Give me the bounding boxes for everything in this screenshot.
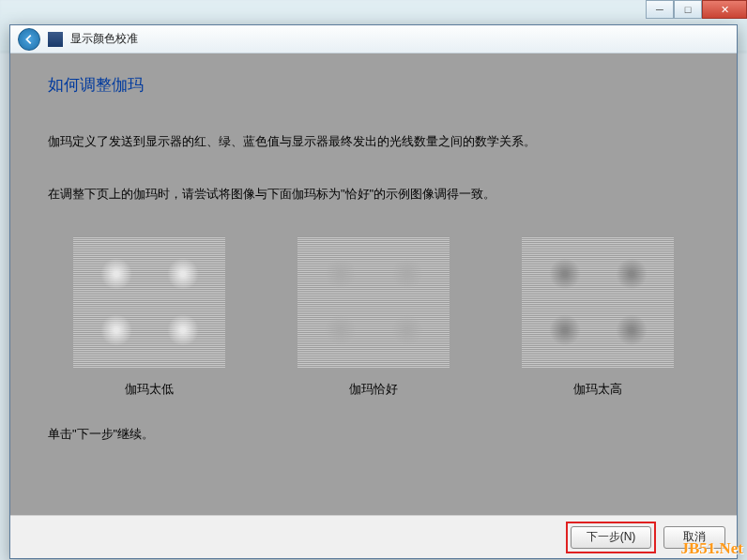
page-title: 如何调整伽玛 [48,74,699,96]
close-button[interactable]: ✕ [702,0,747,19]
description-2: 在调整下页上的伽玛时，请尝试将图像与下面伽玛标为"恰好"的示例图像调得一致。 [48,184,699,204]
back-button[interactable] [18,28,40,51]
content-area: 如何调整伽玛 伽玛定义了发送到显示器的红、绿、蓝色值与显示器最终发出的光线数量之… [10,53,737,515]
sample-high-label: 伽玛太高 [573,381,622,398]
sample-low-label: 伽玛太低 [125,381,174,398]
dialog-title: 显示颜色校准 [70,31,138,47]
minimize-button[interactable]: ─ [646,0,674,19]
calibration-dialog: 显示颜色校准 如何调整伽玛 伽玛定义了发送到显示器的红、绿、蓝色值与显示器最终发… [9,24,738,559]
gamma-sample-low-image [73,236,225,368]
gamma-sample-good-image [297,236,450,368]
button-bar: 下一步(N) 取消 [10,515,737,558]
next-button[interactable]: 下一步(N) [571,526,651,549]
sample-low: 伽玛太低 [73,236,225,398]
window-controls: ─ □ ✕ [646,0,747,19]
gamma-samples: 伽玛太低 伽玛恰好 伽玛太高 [73,236,674,398]
continue-text: 单击"下一步"继续。 [48,426,699,443]
dialog-icon [48,32,63,47]
sample-high: 伽玛太高 [522,236,674,398]
sample-good: 伽玛恰好 [297,236,450,398]
description-1: 伽玛定义了发送到显示器的红、绿、蓝色值与显示器最终发出的光线数量之间的数学关系。 [48,131,699,152]
dialog-header: 显示颜色校准 [10,25,737,53]
arrow-left-icon [23,33,36,46]
maximize-button[interactable]: □ [674,0,702,19]
gamma-sample-high-image [522,236,674,368]
next-button-highlight: 下一步(N) [566,522,656,553]
sample-good-label: 伽玛恰好 [349,381,398,398]
watermark: JB51.Net [680,539,743,558]
